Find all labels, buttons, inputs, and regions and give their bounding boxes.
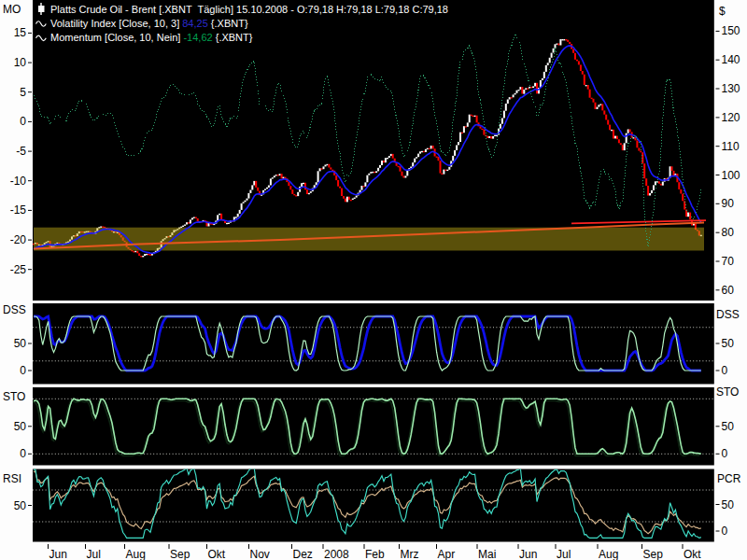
svg-text:DSS: DSS xyxy=(3,303,26,316)
svg-text:DSS: DSS xyxy=(716,308,740,321)
svg-text:50: 50 xyxy=(722,420,735,433)
svg-text:$: $ xyxy=(719,5,726,18)
svg-text:Aug: Aug xyxy=(599,548,618,560)
svg-text:Okt: Okt xyxy=(208,548,226,560)
svg-text:0: 0 xyxy=(20,364,26,377)
svg-text:5: 5 xyxy=(20,86,26,99)
svg-text:RSI: RSI xyxy=(3,472,21,485)
svg-text:Mrz: Mrz xyxy=(401,548,419,560)
svg-text:110: 110 xyxy=(722,140,740,153)
svg-text:120: 120 xyxy=(722,111,740,124)
svg-text:Platts Crude Oil - Brent [.XBN: Platts Crude Oil - Brent [.XBNT Täglich]… xyxy=(50,4,448,15)
svg-text:-15: -15 xyxy=(10,203,27,217)
svg-text:Dez: Dez xyxy=(293,548,313,560)
svg-text:50: 50 xyxy=(722,337,735,350)
svg-text:0: 0 xyxy=(722,447,728,460)
svg-text:50: 50 xyxy=(722,498,735,511)
svg-text:-5: -5 xyxy=(16,145,26,158)
svg-text:-10: -10 xyxy=(10,175,27,188)
svg-text:Okt: Okt xyxy=(684,548,701,560)
svg-text:90: 90 xyxy=(722,197,735,210)
svg-text:Feb: Feb xyxy=(365,548,385,560)
svg-text:Sep: Sep xyxy=(643,548,664,560)
svg-text:Aug: Aug xyxy=(126,548,146,560)
svg-text:80: 80 xyxy=(722,226,735,239)
svg-text:60: 60 xyxy=(722,284,735,297)
svg-text:130: 130 xyxy=(722,82,740,95)
svg-text:0: 0 xyxy=(722,525,728,538)
svg-text:Momentum [Close, 10, Nein] -14: Momentum [Close, 10, Nein] -14,62 {.XBNT… xyxy=(50,32,253,43)
svg-text:Mai: Mai xyxy=(478,548,496,560)
svg-text:50: 50 xyxy=(14,420,27,433)
svg-text:Jul: Jul xyxy=(557,548,571,560)
svg-text:2008: 2008 xyxy=(324,548,349,560)
svg-text:15: 15 xyxy=(14,26,27,39)
svg-text:50: 50 xyxy=(14,337,27,350)
svg-text:-20: -20 xyxy=(10,233,27,246)
svg-text:Jun: Jun xyxy=(519,548,537,560)
svg-text:Nov: Nov xyxy=(250,548,270,560)
svg-text:0: 0 xyxy=(20,115,26,128)
svg-text:Apr: Apr xyxy=(438,548,456,560)
svg-text:STO: STO xyxy=(3,390,25,403)
svg-text:100: 100 xyxy=(722,169,740,182)
svg-text:Sep: Sep xyxy=(170,548,190,560)
svg-text:50: 50 xyxy=(14,499,27,512)
svg-text:MO: MO xyxy=(3,3,21,16)
svg-text:Jul: Jul xyxy=(87,548,101,560)
svg-text:Jun: Jun xyxy=(49,548,67,560)
svg-text:STO: STO xyxy=(716,385,739,399)
svg-text:PCR: PCR xyxy=(717,472,741,485)
svg-text:70: 70 xyxy=(722,255,735,268)
svg-text:0: 0 xyxy=(722,364,728,377)
svg-text:-25: -25 xyxy=(10,263,27,276)
svg-text:0: 0 xyxy=(20,447,26,460)
svg-text:140: 140 xyxy=(722,53,740,66)
svg-text:10: 10 xyxy=(14,56,27,69)
svg-text:Volatility Index [Close, 10, 3: Volatility Index [Close, 10, 3] 84,25 {.… xyxy=(50,18,248,29)
svg-text:150: 150 xyxy=(722,24,740,37)
